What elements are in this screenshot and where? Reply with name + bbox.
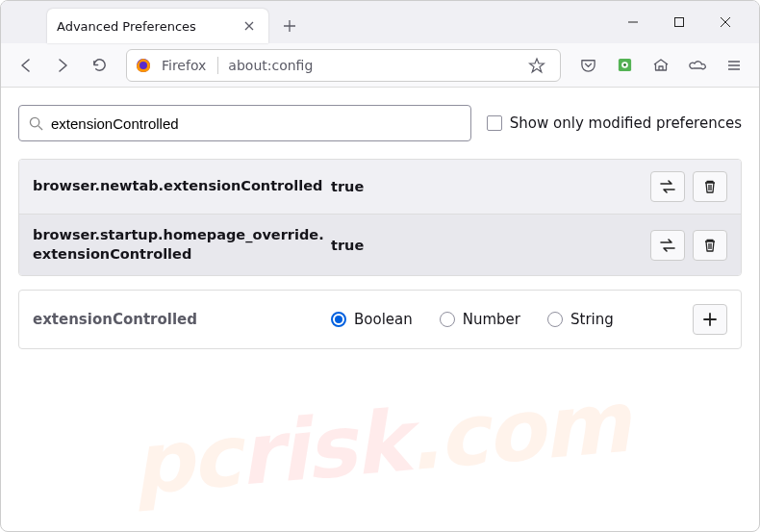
pref-name: browser.newtab.extensionControlled (33, 177, 331, 196)
watermark: pcrisk.com (128, 372, 632, 515)
modified-only-checkbox[interactable]: Show only modified preferences (487, 114, 742, 132)
reload-button[interactable] (84, 50, 114, 81)
pref-row[interactable]: browser.startup.homepage_override.extens… (19, 215, 741, 275)
checkbox-label: Show only modified preferences (510, 114, 742, 132)
cloud-icon[interactable] (682, 50, 713, 81)
minimize-button[interactable] (611, 7, 655, 38)
radio-string[interactable]: String (547, 311, 614, 328)
radio-icon (331, 312, 346, 327)
pref-value: true (331, 238, 650, 253)
search-row: Show only modified preferences (18, 105, 742, 141)
extension-icon[interactable] (609, 50, 640, 81)
radio-label: Number (463, 311, 520, 328)
url-bar[interactable]: Firefox about:config (126, 49, 561, 82)
new-pref-name: extensionControlled (33, 311, 331, 328)
radio-boolean[interactable]: Boolean (331, 311, 413, 328)
identity-box[interactable]: Firefox (135, 57, 210, 74)
delete-button[interactable] (693, 171, 727, 202)
bookmark-star-icon[interactable] (521, 50, 552, 81)
search-icon (29, 116, 43, 131)
pref-value: true (331, 179, 650, 194)
svg-point-2 (139, 62, 147, 69)
pref-actions (650, 230, 727, 261)
account-icon[interactable] (646, 50, 676, 81)
close-window-button[interactable] (703, 7, 747, 38)
radio-icon (547, 312, 563, 327)
checkbox-icon (487, 115, 502, 131)
identity-label: Firefox (158, 58, 210, 73)
pref-table: browser.newtab.extensionControlled true … (18, 159, 742, 276)
maximize-button[interactable] (657, 7, 701, 38)
radio-label: Boolean (354, 311, 413, 328)
svg-point-5 (623, 63, 626, 66)
add-button[interactable] (693, 304, 727, 335)
app-menu-button[interactable] (719, 50, 749, 81)
radio-icon (440, 312, 455, 327)
nav-toolbar: Firefox about:config (1, 43, 759, 88)
url-text: about:config (218, 58, 313, 73)
toggle-button[interactable] (650, 230, 685, 261)
pref-actions (650, 171, 727, 202)
forward-button[interactable] (47, 50, 78, 81)
titlebar: Advanced Preferences (1, 1, 759, 43)
new-tab-button[interactable] (276, 13, 303, 39)
type-radio-group: Boolean Number String (331, 311, 693, 328)
delete-button[interactable] (693, 230, 727, 261)
window-controls (611, 7, 751, 38)
content-area: Show only modified preferences browser.n… (1, 88, 759, 367)
svg-rect-0 (675, 18, 684, 27)
pref-row[interactable]: browser.newtab.extensionControlled true (19, 160, 741, 215)
firefox-logo-icon (135, 57, 152, 74)
search-input[interactable] (51, 115, 461, 132)
radio-label: String (570, 311, 614, 328)
pref-name: browser.startup.homepage_override.extens… (33, 226, 331, 264)
svg-point-6 (30, 117, 38, 126)
new-pref-row: extensionControlled Boolean Number Strin… (18, 290, 742, 349)
search-box[interactable] (18, 105, 471, 141)
toggle-button[interactable] (650, 171, 685, 202)
close-tab-button[interactable] (240, 16, 259, 36)
radio-number[interactable]: Number (440, 311, 520, 328)
active-tab[interactable]: Advanced Preferences (47, 9, 268, 43)
tab-title: Advanced Preferences (57, 19, 240, 34)
back-button[interactable] (11, 50, 41, 81)
pocket-icon[interactable] (572, 50, 603, 81)
